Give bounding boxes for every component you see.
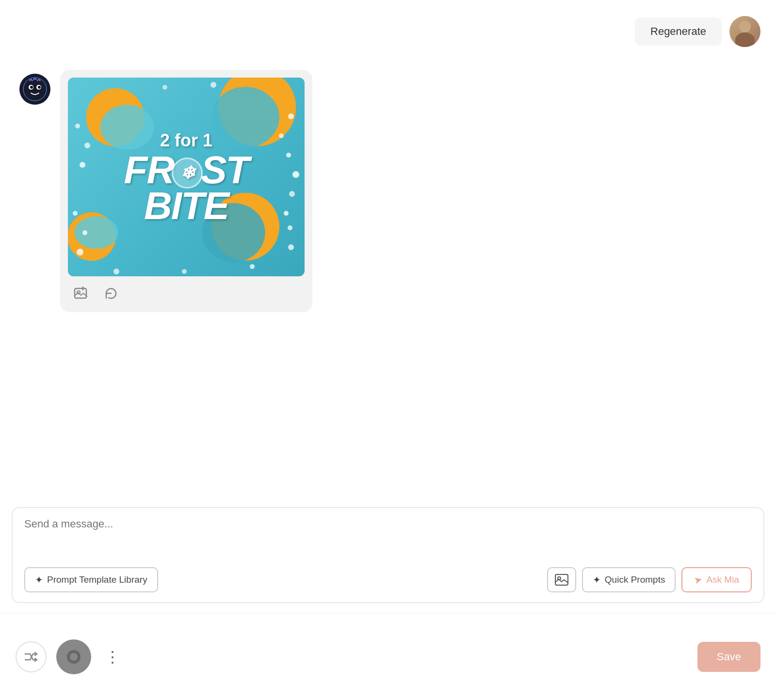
svg-rect-24 (75, 288, 86, 298)
shuffle-button[interactable] (16, 641, 47, 672)
svg-point-0 (23, 78, 47, 101)
more-dots-icon: ⋮ (105, 648, 121, 666)
prompt-template-library-button[interactable]: ✦ Prompt Template Library (24, 567, 158, 592)
regenerate-button[interactable]: Regenerate (635, 17, 722, 46)
image-card-icons (68, 282, 305, 304)
quick-prompts-label: Quick Prompts (605, 574, 665, 585)
frost-text-line: FR❄ST (124, 153, 249, 189)
svg-point-4 (38, 86, 41, 89)
save-button[interactable]: Save (697, 642, 760, 672)
svg-rect-28 (555, 574, 568, 585)
prompt-library-label: Prompt Template Library (47, 574, 147, 585)
image-upload-button[interactable] (547, 567, 576, 592)
ai-image-card: 2 for 1 FR❄ST BITE (60, 70, 312, 312)
user-avatar (729, 16, 760, 47)
input-left-buttons: ✦ Prompt Template Library (24, 567, 158, 592)
input-right-buttons: ✦ Quick Prompts ➤ Ask Mia (547, 567, 752, 592)
chat-area: 2 for 1 FR❄ST BITE (0, 58, 776, 555)
refresh-button[interactable] (102, 284, 120, 302)
shuffle-icon (23, 649, 39, 665)
wand-icon-left: ✦ (35, 574, 43, 586)
ask-mia-label: Ask Mia (706, 574, 739, 585)
more-options-button[interactable]: ⋮ (101, 644, 125, 670)
wand-icon-right: ✦ (593, 574, 601, 586)
ask-mia-button[interactable]: ➤ Ask Mia (681, 567, 752, 592)
add-photo-icon (74, 286, 88, 301)
svg-point-3 (30, 86, 33, 89)
record-button[interactable] (56, 639, 91, 674)
refresh-icon (104, 286, 118, 301)
message-input-area: ✦ Prompt Template Library ✦ Quick Prompt… (12, 507, 764, 603)
svg-point-31 (70, 653, 78, 661)
donut-promotional-image: 2 for 1 FR❄ST BITE (68, 78, 305, 276)
bottom-toolbar: ⋮ Save (0, 613, 776, 700)
message-input[interactable] (24, 518, 752, 556)
send-icon: ➤ (693, 573, 704, 587)
two-for-one-text: 2 for 1 (124, 130, 249, 151)
ai-face-icon (23, 77, 47, 101)
ai-message-row: 2 for 1 FR❄ST BITE (19, 70, 757, 312)
promo-text: 2 for 1 FR❄ST BITE (124, 130, 249, 223)
top-bar: Regenerate (0, 0, 776, 63)
quick-prompts-button[interactable]: ✦ Quick Prompts (582, 567, 676, 592)
input-button-row: ✦ Prompt Template Library ✦ Quick Prompt… (24, 567, 752, 592)
bite-text-line: BITE (124, 189, 249, 223)
ai-avatar (19, 74, 50, 105)
add-photo-button[interactable] (72, 284, 90, 302)
image-upload-icon (555, 573, 568, 587)
record-icon (65, 648, 82, 666)
